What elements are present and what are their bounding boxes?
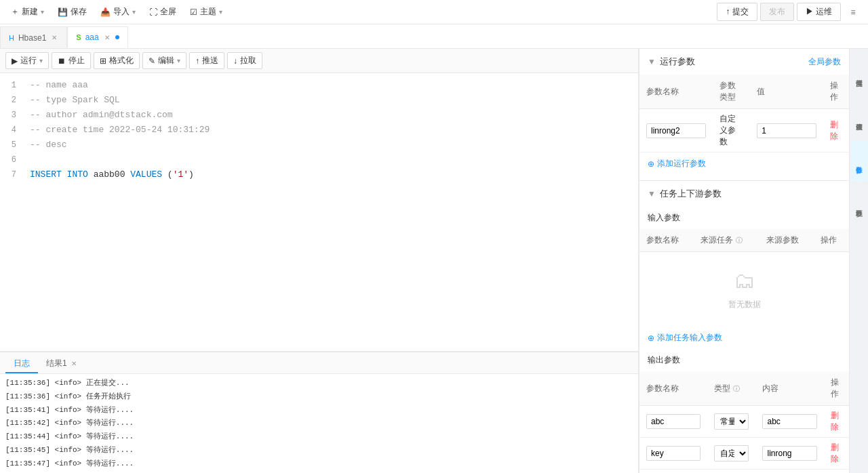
pull-button[interactable]: ↓ 拉取 — [227, 52, 262, 69]
tab-close-hbase1[interactable]: ✕ — [50, 34, 58, 41]
out-param-content-1[interactable] — [762, 446, 816, 461]
col-param-value: 值 — [750, 75, 823, 109]
pull-icon: ↓ — [233, 56, 237, 66]
output-params-label: 输出参数 — [639, 349, 849, 371]
code-line-3: 3 -- author admin@dtstack.com — [0, 108, 638, 123]
result-tab-close[interactable]: ✕ — [71, 360, 77, 367]
col-param-op: 操作 — [823, 75, 849, 109]
run-chevron-icon: ▾ — [39, 57, 43, 64]
sidebar-task-params[interactable]: 任务参数 — [851, 141, 867, 182]
task-params-section: ▼ 任务上下游参数 输入参数 参数名称 来源任务 ⓘ — [639, 181, 849, 473]
run-param-type-0: 自定义参数 — [719, 114, 736, 146]
menu-icon[interactable]: ≡ — [844, 3, 863, 22]
col-param-type: 参数类型 — [713, 75, 751, 109]
run-params-table: 参数名称 参数类型 值 操作 自定义参数 — [639, 75, 849, 152]
out-col-type: 类型 ⓘ — [707, 371, 755, 406]
format-button[interactable]: ⊞ 格式化 — [94, 52, 140, 69]
input-params-table: 参数名称 来源任务 ⓘ 来源参数 操作 — [639, 229, 849, 252]
empty-icon: 🗂 — [734, 268, 755, 293]
out-col-op: 操作 — [824, 371, 849, 406]
in-col-source-param: 来源参数 — [760, 229, 814, 252]
run-param-row-0: 自定义参数 删除 — [639, 109, 849, 152]
run-button[interactable]: ▶ 运行 ▾ — [5, 52, 49, 69]
code-line-6: 6 — [0, 153, 638, 168]
bottom-tabs: 日志 结果1 ✕ — [0, 352, 638, 374]
out-param-name-1[interactable] — [646, 446, 701, 461]
add-input-param-link[interactable]: ⊕ 添加任务输入参数 — [639, 327, 849, 349]
out-param-delete-0[interactable]: 删除 — [831, 411, 839, 432]
code-line-7: 7 INSERT INTO aabb00 VALUES ('1') — [0, 168, 638, 183]
publish-button: 发布 — [760, 3, 794, 21]
out-param-name-0[interactable] — [646, 414, 701, 429]
hbase-icon: H — [9, 34, 14, 42]
out-col-content: 内容 — [755, 371, 823, 406]
col-param-name: 参数名称 — [639, 75, 713, 109]
tab-result1[interactable]: 结果1 ✕ — [38, 354, 85, 373]
top-toolbar: ＋ 新建 ▾ 💾 保存 📥 导入 ▾ ⛶ 全屏 ☑ 主题 ▾ ↑ 提交 发布 ▶… — [0, 0, 868, 24]
log-line: [11:35:45] <info> 等待运行.... — [5, 444, 633, 457]
import-button[interactable]: 📥 导入 ▾ — [95, 3, 141, 20]
out-param-content-0[interactable] — [762, 414, 816, 429]
new-icon: ＋ — [11, 6, 19, 18]
out-param-type-0[interactable]: 常量 自定义运行... 计算结果 — [714, 413, 749, 430]
input-params-content: 参数名称 来源任务 ⓘ 来源参数 操作 🗂 暂无数据 — [639, 229, 849, 349]
submit-button[interactable]: ↑ 提交 — [717, 3, 757, 21]
sidebar-schedule-prop[interactable]: 调度属性 — [851, 54, 867, 95]
output-param-row-1: 常量 自定义运行... 计算结果 删除 — [639, 438, 849, 470]
run-param-value-input-0[interactable] — [757, 123, 816, 138]
output-params-table: 参数名称 类型 ⓘ 内容 操作 — [639, 371, 849, 473]
theme-chevron-icon: ▾ — [219, 8, 222, 16]
main-area: ▶ 运行 ▾ ⏹ 停止 ⊞ 格式化 ✎ 编辑 ▾ ↑ 推送 ↓ — [0, 49, 868, 473]
out-param-delete-1[interactable]: 删除 — [831, 443, 839, 464]
edit-chevron-icon: ▾ — [177, 57, 180, 64]
add-input-param-icon: ⊕ — [648, 333, 654, 343]
import-icon: 📥 — [100, 7, 111, 17]
push-button[interactable]: ↑ 推送 — [189, 52, 224, 69]
editor-toolbar: ▶ 运行 ▾ ⏹ 停止 ⊞ 格式化 ✎ 编辑 ▾ ↑ 推送 ↓ — [0, 49, 638, 73]
type-info-icon: ⓘ — [733, 385, 740, 392]
fullscreen-button[interactable]: ⛶ 全屏 — [144, 3, 182, 20]
output-param-row-0: 常量 自定义运行... 计算结果 删除 — [639, 406, 849, 438]
deploy-button[interactable]: ▶ 运维 — [797, 3, 841, 21]
global-params-link[interactable]: 全局参数 — [808, 56, 841, 68]
log-content: [11:35:36] <info> 正在提交... [11:35:36] <in… — [0, 374, 638, 473]
code-line-5: 5 -- desc — [0, 138, 638, 153]
code-line-4: 4 -- create time 2022-05-24 10:31:29 — [0, 123, 638, 138]
editor-section: ▶ 运行 ▾ ⏹ 停止 ⊞ 格式化 ✎ 编辑 ▾ ↑ 推送 ↓ — [0, 49, 639, 473]
run-icon: ▶ — [12, 56, 18, 66]
log-line: [11:35:47] <info> 等待运行.... — [5, 457, 633, 471]
sidebar-env-params[interactable]: 环境参数 — [851, 184, 867, 225]
run-params-header[interactable]: ▼ 运行参数 全局参数 — [639, 49, 849, 75]
edit-button[interactable]: ✎ 编辑 ▾ — [142, 52, 186, 69]
theme-icon: ☑ — [190, 7, 197, 17]
input-params-label: 输入参数 — [639, 207, 849, 229]
out-param-type-1[interactable]: 常量 自定义运行... 计算结果 — [714, 445, 749, 461]
log-line: [11:35:49] <info> 等待运行.... — [5, 471, 633, 473]
in-col-name: 参数名称 — [639, 229, 694, 252]
add-run-param-link[interactable]: ⊕ 添加运行参数 — [639, 152, 849, 175]
edit-icon: ✎ — [149, 56, 155, 66]
output-params-content: 参数名称 类型 ⓘ 内容 操作 — [639, 371, 849, 473]
run-param-name-input-0[interactable] — [646, 123, 706, 138]
theme-button[interactable]: ☑ 主题 ▾ — [184, 3, 228, 20]
tab-close-aaa[interactable]: ✕ — [103, 34, 111, 41]
push-icon: ↑ — [195, 56, 199, 66]
sidebar-schedule-dep[interactable]: 调度依赖 — [851, 98, 867, 138]
tab-hbase1[interactable]: H Hbase1 ✕ — [0, 26, 67, 48]
task-params-header[interactable]: ▼ 任务上下游参数 — [639, 181, 849, 207]
save-button[interactable]: 💾 保存 — [52, 3, 92, 20]
stop-button[interactable]: ⏹ 停止 — [52, 52, 91, 69]
input-params-empty: 🗂 暂无数据 — [639, 252, 849, 327]
run-param-delete-0[interactable]: 删除 — [830, 120, 838, 141]
code-line-2: 2 -- type Spark SQL — [0, 94, 638, 108]
stop-icon: ⏹ — [58, 56, 66, 66]
tab-log[interactable]: 日志 — [5, 354, 38, 373]
top-right-buttons: ↑ 提交 发布 ▶ 运维 ≡ — [717, 3, 863, 22]
tab-aaa[interactable]: S aaa ✕ — [67, 26, 127, 48]
code-editor[interactable]: 1 -- name aaa 2 -- type Spark SQL 3 -- a… — [0, 73, 638, 351]
sql-icon: S — [76, 33, 81, 41]
add-run-param-icon: ⊕ — [648, 159, 654, 169]
new-button[interactable]: ＋ 新建 ▾ — [5, 3, 50, 20]
run-params-collapse-icon: ▼ — [648, 57, 656, 66]
in-col-op: 操作 — [814, 229, 849, 252]
